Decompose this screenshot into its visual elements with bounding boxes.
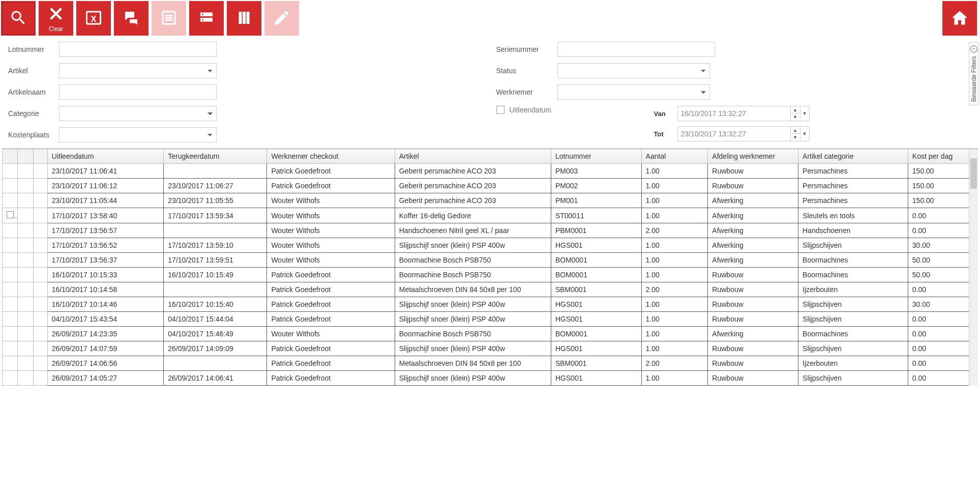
table-row[interactable]: 17/10/2017 13:56:5217/10/2017 13:59:10Wo… xyxy=(3,238,978,253)
row-selector-cell[interactable] xyxy=(3,253,18,268)
col-selector[interactable] xyxy=(3,149,18,164)
col-terugkeerdatum[interactable]: Terugkeerdatum xyxy=(164,149,267,164)
row-selector-cell[interactable] xyxy=(3,297,18,312)
select-categorie[interactable] xyxy=(59,106,217,121)
checkbox-uitleendatum[interactable] xyxy=(496,106,504,114)
input-serienummer[interactable] xyxy=(557,42,715,57)
table-row[interactable]: 26/09/2017 14:06:56Patrick GoedefrootMet… xyxy=(3,356,978,371)
row-expand-cell[interactable] xyxy=(33,223,47,238)
row-expand-cell[interactable] xyxy=(33,238,47,253)
table-row[interactable]: 26/09/2017 14:05:2726/09/2017 14:06:41Pa… xyxy=(3,371,978,386)
col-afdeling-werknemer[interactable]: Afdeling werknemer xyxy=(708,149,798,164)
spin-up-icon[interactable]: ▲ xyxy=(791,127,800,134)
cell-aantal: 1.00 xyxy=(641,371,708,386)
row-expand-cell[interactable] xyxy=(33,356,47,371)
cell-werknemer: Wouter Withofs xyxy=(267,253,395,268)
table-row[interactable]: 17/10/2017 13:56:57Wouter WithofsHandsch… xyxy=(3,223,978,238)
col-indicator[interactable] xyxy=(18,149,33,164)
scrollbar-thumb[interactable] xyxy=(970,158,977,189)
table-row[interactable]: 17/10/2017 13:56:3717/10/2017 13:59:51Wo… xyxy=(3,253,978,268)
cell-artikel: Handschoenen Nitril geel XL / paar xyxy=(395,223,551,238)
row-expand-cell[interactable] xyxy=(33,297,47,312)
row-expand-cell[interactable] xyxy=(33,208,47,223)
select-kostenplaats[interactable] xyxy=(59,127,217,142)
row-expand-cell[interactable] xyxy=(33,179,47,193)
edit-button[interactable] xyxy=(264,1,299,36)
table-header-row: Uitleendatum Terugkeerdatum Werknemer ch… xyxy=(3,149,978,164)
row-selector-cell[interactable] xyxy=(3,238,18,253)
row-selector-cell[interactable] xyxy=(3,356,18,371)
home-button[interactable] xyxy=(942,1,977,36)
label-lotnummer: Lotnummer xyxy=(8,45,54,53)
cell-uitleendatum: 26/09/2017 14:07:59 xyxy=(47,341,163,356)
row-expand-cell[interactable] xyxy=(33,193,47,208)
select-status[interactable] xyxy=(557,63,710,78)
row-selector-cell[interactable] xyxy=(3,193,18,208)
table-row[interactable]: 26/09/2017 14:23:3504/10/2017 15:46:49Wo… xyxy=(3,327,978,341)
row-expand-cell[interactable] xyxy=(33,371,47,386)
select-werknemer[interactable] xyxy=(557,84,710,100)
row-expand-cell[interactable] xyxy=(33,327,47,341)
col-aantal[interactable]: Aantal xyxy=(641,149,708,164)
row-selector-cell[interactable] xyxy=(3,268,18,282)
table-row[interactable]: 04/10/2017 15:43:5404/10/2017 15:44:04Pa… xyxy=(3,312,978,327)
table-row[interactable]: 16/10/2017 10:14:4616/10/2017 10:15:40Pa… xyxy=(3,297,978,312)
search-button[interactable] xyxy=(1,1,36,36)
cell-werknemer: Wouter Withofs xyxy=(267,193,395,208)
spin-up-icon[interactable]: ▲ xyxy=(791,106,800,113)
input-lotnummer[interactable] xyxy=(59,42,217,57)
row-expand-cell[interactable] xyxy=(33,268,47,282)
table-row[interactable]: 23/10/2017 11:06:1223/10/2017 11:06:27Pa… xyxy=(3,179,978,193)
table-row[interactable]: 26/09/2017 14:07:5926/09/2017 14:09:09Pa… xyxy=(3,341,978,356)
date-van-input[interactable] xyxy=(678,109,790,118)
row-selector-cell[interactable] xyxy=(3,208,18,223)
comments-button[interactable] xyxy=(114,1,149,36)
col-artikel-categorie[interactable]: Artikel categorie xyxy=(798,149,908,164)
col-expand[interactable] xyxy=(33,149,47,164)
table-row[interactable]: 23/10/2017 11:06:41Patrick GoedefrootGeb… xyxy=(3,164,978,179)
table-row[interactable]: 17/10/2017 13:58:4017/10/2017 13:59:34Wo… xyxy=(3,208,978,223)
row-selector-cell[interactable] xyxy=(3,312,18,327)
table-row[interactable]: 23/10/2017 11:05:4423/10/2017 11:05:55Wo… xyxy=(3,193,978,208)
date-tot[interactable]: ▲▼ ▼ xyxy=(677,126,810,141)
select-artikel[interactable] xyxy=(59,63,217,78)
chevron-down-icon[interactable]: ▼ xyxy=(800,106,809,121)
cell-werknemer: Patrick Goedefroot xyxy=(267,268,395,282)
svg-point-8 xyxy=(202,13,203,15)
spin-down-icon[interactable]: ▼ xyxy=(791,134,800,141)
row-expand-cell[interactable] xyxy=(33,253,47,268)
label-van: Van xyxy=(654,110,672,118)
row-selector-cell[interactable] xyxy=(3,179,18,193)
col-artikel[interactable]: Artikel xyxy=(395,149,551,164)
col-uitleendatum[interactable]: Uitleendatum xyxy=(47,149,163,164)
col-lotnummer[interactable]: Lotnummer xyxy=(551,149,641,164)
row-selector-cell[interactable] xyxy=(3,341,18,356)
col-werknemer-checkout[interactable]: Werknemer checkout xyxy=(267,149,395,164)
spin-down-icon[interactable]: ▼ xyxy=(791,113,800,121)
table-row[interactable]: 16/10/2017 10:15:3316/10/2017 10:15:49Pa… xyxy=(3,268,978,282)
export-excel-button[interactable]: X xyxy=(76,1,111,36)
row-selector-cell[interactable] xyxy=(3,223,18,238)
chevron-down-icon[interactable]: ▼ xyxy=(800,127,809,141)
row-selector-cell[interactable] xyxy=(3,282,18,297)
input-artikelnaam[interactable] xyxy=(59,84,217,100)
row-selector-cell[interactable] xyxy=(3,371,18,386)
row-expand-cell[interactable] xyxy=(33,164,47,179)
date-van[interactable]: ▲▼ ▼ xyxy=(677,106,810,121)
row-expand-cell[interactable] xyxy=(33,312,47,327)
row-expand-cell[interactable] xyxy=(33,341,47,356)
checkbox-icon[interactable] xyxy=(7,211,14,218)
cell-lotnummer: SBM0001 xyxy=(551,356,641,371)
table-row[interactable]: 16/10/2017 10:14:58Patrick GoedefrootMet… xyxy=(3,282,978,297)
vertical-scrollbar[interactable] xyxy=(969,149,978,386)
col-kost-per-dag[interactable]: Kost per dag xyxy=(908,149,977,164)
list-button[interactable] xyxy=(152,1,186,36)
clear-button[interactable]: Clear xyxy=(39,1,73,36)
row-selector-cell[interactable] xyxy=(3,164,18,179)
date-tot-input[interactable] xyxy=(678,130,790,138)
server-button[interactable] xyxy=(189,1,224,36)
row-selector-cell[interactable] xyxy=(3,327,18,341)
row-expand-cell[interactable] xyxy=(33,282,47,297)
saved-filters-tab[interactable]: Bewaarde Filters ‹ xyxy=(969,42,979,105)
library-button[interactable] xyxy=(227,1,261,36)
